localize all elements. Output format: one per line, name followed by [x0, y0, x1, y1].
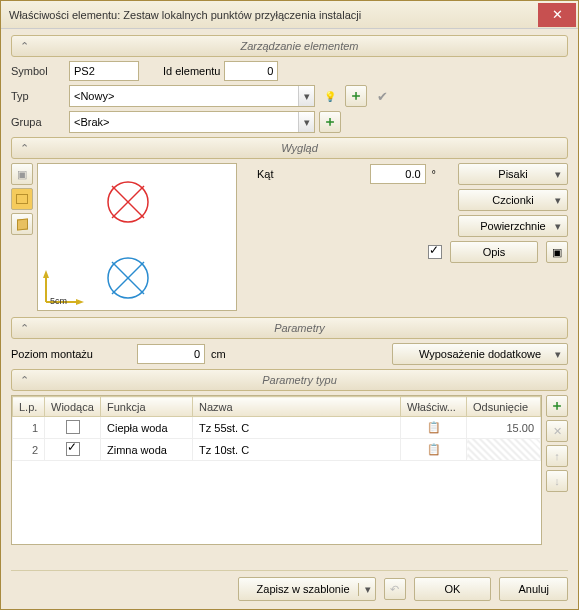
cell-lp: 2	[13, 439, 45, 461]
cell-funkcja: Ciepła woda	[101, 417, 193, 439]
camera-button[interactable]	[11, 163, 33, 185]
svg-marker-7	[43, 270, 49, 278]
chevron-down-icon: ▾	[555, 194, 561, 207]
box3d-icon	[17, 218, 28, 230]
col-wiodaca[interactable]: Wiodąca	[45, 397, 101, 417]
desc-options-button[interactable]: ▣	[546, 241, 568, 263]
angle-label: Kąt	[257, 168, 274, 180]
cell-nazwa: Tz 55st. C	[193, 417, 401, 439]
cancel-button[interactable]: Anuluj	[499, 577, 568, 601]
cell-odsuniecie	[467, 439, 541, 461]
section-params-header[interactable]: ⌃ Parametry	[11, 317, 568, 339]
id-input[interactable]	[224, 61, 278, 81]
scale-label: 5cm	[50, 296, 67, 306]
add-group-button[interactable]: ＋	[319, 111, 341, 133]
chevron-down-icon: ▾	[555, 348, 561, 361]
ok-button[interactable]: OK	[414, 577, 492, 601]
section-typeparams-title: Parametry typu	[32, 374, 567, 386]
table-row[interactable]: 1 Ciepła woda Tz 55st. C 📋 15.00	[13, 417, 541, 439]
chevron-up-icon: ⌃	[16, 320, 32, 336]
chevron-down-icon: ▾	[358, 583, 371, 596]
wiodaca-checkbox[interactable]	[66, 442, 80, 456]
col-wlasciw[interactable]: Właściw...	[401, 397, 467, 417]
table-row[interactable]: 2 Zimna woda Tz 10st. C 📋	[13, 439, 541, 461]
group-combo[interactable]: <Brak> ▾	[69, 111, 315, 133]
cell-lp: 1	[13, 417, 45, 439]
camera-icon	[17, 168, 27, 181]
chevron-up-icon: ⌃	[16, 140, 32, 156]
col-lp[interactable]: L.p.	[13, 397, 45, 417]
svg-marker-9	[76, 299, 84, 305]
properties-icon[interactable]: 📋	[427, 443, 441, 455]
section-params-title: Parametry	[32, 322, 567, 334]
col-funkcja[interactable]: Funkcja	[101, 397, 193, 417]
cell-nazwa: Tz 10st. C	[193, 439, 401, 461]
save-template-button[interactable]: Zapisz w szablonie▾	[238, 577, 376, 601]
fonts-button[interactable]: Czcionki▾	[458, 189, 568, 211]
col-odsuniecie[interactable]: Odsunięcie	[467, 397, 541, 417]
folder-button[interactable]	[11, 188, 33, 210]
desc-button[interactable]: Opis	[450, 241, 538, 263]
chevron-down-icon: ▾	[555, 220, 561, 233]
col-nazwa[interactable]: Nazwa	[193, 397, 401, 417]
section-appearance-title: Wygląd	[32, 142, 567, 154]
move-up-button[interactable]: ↑	[546, 445, 568, 467]
mount-level-unit: cm	[211, 348, 226, 360]
surfaces-button[interactable]: Powierzchnie▾	[458, 215, 568, 237]
desc-checkbox[interactable]	[428, 245, 442, 259]
section-typeparams-header[interactable]: ⌃ Parametry typu	[11, 369, 568, 391]
properties-icon[interactable]: 📋	[427, 421, 441, 433]
mount-level-input[interactable]	[137, 344, 205, 364]
chevron-down-icon[interactable]: ▾	[298, 112, 314, 132]
wiodaca-checkbox[interactable]	[66, 420, 80, 434]
chevron-down-icon[interactable]: ▾	[298, 86, 314, 106]
box3d-button[interactable]	[11, 213, 33, 235]
symbol-input[interactable]	[69, 61, 139, 81]
bulb-icon[interactable]: 💡	[319, 85, 341, 107]
cell-funkcja: Zimna woda	[101, 439, 193, 461]
angle-unit: °	[432, 168, 436, 180]
add-row-button[interactable]: ＋	[546, 395, 568, 417]
chevron-up-icon: ⌃	[16, 372, 32, 388]
add-type-button[interactable]: ＋	[345, 85, 367, 107]
cell-odsuniecie: 15.00	[467, 417, 541, 439]
preview-canvas: 5cm	[37, 163, 237, 311]
undo-button[interactable]: ↶	[384, 578, 406, 600]
type-params-table[interactable]: L.p. Wiodąca Funkcja Nazwa Właściw... Od…	[11, 395, 542, 545]
extra-equipment-button[interactable]: Wyposażenie dodatkowe▾	[392, 343, 568, 365]
delete-row-button[interactable]: ✕	[546, 420, 568, 442]
id-label: Id elementu	[163, 65, 220, 77]
chevron-down-icon: ▾	[555, 168, 561, 181]
type-combo-value: <Nowy>	[74, 90, 114, 102]
chevron-up-icon: ⌃	[16, 38, 32, 54]
group-label: Grupa	[11, 116, 65, 128]
window-title: Właściwości elementu: Zestaw lokalnych p…	[9, 9, 538, 21]
angle-input[interactable]	[370, 164, 426, 184]
section-appearance-header[interactable]: ⌃ Wygląd	[11, 137, 568, 159]
confirm-type-button[interactable]: ✔	[371, 85, 393, 107]
move-down-button[interactable]: ↓	[546, 470, 568, 492]
close-button[interactable]: ✕	[538, 3, 576, 27]
pens-button[interactable]: Pisaki▾	[458, 163, 568, 185]
group-combo-value: <Brak>	[74, 116, 109, 128]
symbol-label: Symbol	[11, 65, 65, 77]
folder-icon	[16, 194, 28, 204]
section-manage-header[interactable]: ⌃ Zarządzanie elementem	[11, 35, 568, 57]
type-label: Typ	[11, 90, 65, 102]
section-manage-title: Zarządzanie elementem	[32, 40, 567, 52]
type-combo[interactable]: <Nowy> ▾	[69, 85, 315, 107]
mount-level-label: Poziom montażu	[11, 348, 131, 360]
